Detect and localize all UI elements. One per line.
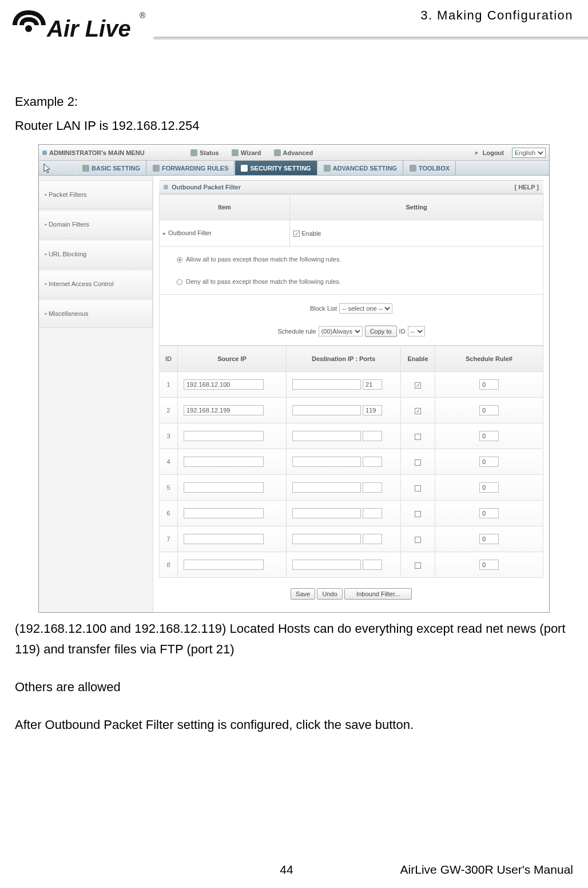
table-row: 3 [160,423,543,449]
router-ui-screenshot: ADMINISTRATOR's MAIN MENU Status Wizard … [38,144,550,613]
schedule-rule-input[interactable] [479,534,499,544]
port-input[interactable] [363,560,382,570]
wizard-icon [232,149,239,156]
rule-id: 2 [160,398,178,423]
chapter-title: 3. Making Configuration [420,8,573,23]
rule-enable-checkbox[interactable] [415,562,421,569]
dest-ip-input[interactable] [292,482,361,493]
table-row: 6 [160,501,543,526]
col-dest-ip-ports: Destination IP : Ports [287,346,401,372]
source-ip-input[interactable] [184,534,264,544]
tab-advanced-setting[interactable]: ADVANCED SETTING [317,161,403,175]
policy-deny-label: Deny all to pass except those match the … [186,278,341,285]
rule-enable-checkbox[interactable] [415,537,421,543]
source-ip-input[interactable] [184,482,264,493]
example-label: Example 2: [15,92,573,112]
schedule-rule-input[interactable] [479,457,499,467]
undo-button[interactable]: Undo [317,588,342,600]
sidebar-item-internet-access-control[interactable]: Internet Access Control [39,269,153,298]
port-input[interactable] [363,482,382,493]
schedule-rule-input[interactable] [479,560,499,570]
content: Example 2: Router LAN IP is 192.168.12.2… [0,57,588,735]
svg-point-0 [25,25,32,32]
rule-enable-checkbox[interactable] [415,434,421,440]
table-row: 7 [160,526,543,552]
button-row: Save Undo Inbound Filter... [159,578,543,604]
language-select[interactable]: English [512,148,546,158]
schedule-rule-input[interactable] [479,431,499,441]
caption-line-3: After Outbound Packet Filter setting is … [15,715,573,735]
dest-ip-input[interactable] [292,405,361,415]
schedule-rule-select[interactable]: (00)Always [319,326,363,336]
port-input[interactable] [363,534,382,544]
tab-basic-setting[interactable]: BASIC SETTING [76,161,146,175]
rule-id: 6 [160,501,178,526]
port-input[interactable] [363,431,382,441]
main-split: Packet Filters Domain Filters URL Blocki… [39,176,549,612]
rule-id: 7 [160,526,178,552]
square-icon [164,185,168,189]
tab-security-setting[interactable]: SECURITY SETTING [235,161,317,175]
inbound-filter-button[interactable]: Inbound Filter... [344,588,412,600]
sidebar-item-miscellaneous[interactable]: Miscellaneous [39,299,153,328]
save-button[interactable]: Save [291,588,315,600]
col-item: Item [160,195,290,220]
policy-allow-radio[interactable] [177,257,182,263]
port-input[interactable] [363,457,382,467]
row-outbound-filter: ▸Outbound Filter [160,220,290,247]
schedule-rule-input[interactable] [479,379,499,390]
block-list-select[interactable]: -- select one -- [339,303,392,314]
forward-icon [153,165,160,172]
dest-ip-input[interactable] [292,508,361,518]
policy-deny-radio[interactable] [177,279,182,285]
source-ip-input[interactable] [184,431,264,441]
rule-enable-checkbox[interactable] [415,382,421,388]
table-row: 2 [160,398,543,423]
source-ip-input[interactable] [184,457,264,467]
sidebar-item-packet-filters[interactable]: Packet Filters [39,180,153,209]
caption-line-1: (192.168.12.100 and 192.168.12.119) Loca… [15,619,573,660]
brand-logo: Air Live ® [11,6,149,54]
sidebar: Packet Filters Domain Filters URL Blocki… [39,176,153,612]
source-ip-input[interactable] [184,379,264,390]
arrow-right-icon: ▸ [163,223,166,244]
panel: Outbound Packet Filter [ HELP ] Item Set… [153,176,549,612]
schedule-rule-input[interactable] [479,405,499,415]
dest-ip-input[interactable] [292,431,361,441]
source-ip-input[interactable] [184,508,264,518]
col-source-ip: Source IP [178,346,287,372]
dest-ip-input[interactable] [292,457,361,467]
manual-title: AirLive GW-300R User's Manual [400,863,573,877]
rule-enable-checkbox[interactable] [415,459,421,466]
dest-ip-input[interactable] [292,534,361,544]
enable-checkbox[interactable] [293,231,300,237]
sidebar-item-domain-filters[interactable]: Domain Filters [39,210,153,239]
table-row: 5 [160,475,543,501]
port-input[interactable] [363,508,382,518]
panel-head: Outbound Packet Filter [ HELP ] [159,180,543,194]
source-ip-input[interactable] [184,405,264,415]
copy-id-select[interactable]: -- [408,326,425,336]
dest-ip-input[interactable] [292,560,361,570]
col-id: ID [160,346,178,372]
schedule-rule-input[interactable] [479,482,499,493]
block-list-label: Block List [310,298,337,319]
rule-enable-checkbox[interactable] [415,511,421,517]
menu-logout[interactable]: ▸Logout [471,142,508,163]
arrow-right-icon: ▸ [475,142,478,163]
tab-forwarding-rules[interactable]: FORWARDING RULES [146,161,235,175]
copy-to-button[interactable]: Copy to [365,326,397,337]
sidebar-item-url-blocking[interactable]: URL Blocking [39,240,153,268]
dest-ip-input[interactable] [292,379,361,390]
port-input[interactable] [363,405,382,415]
help-link[interactable]: [ HELP ] [514,177,539,197]
rule-id: 8 [160,552,178,578]
port-input[interactable] [363,379,382,390]
rule-enable-checkbox[interactable] [415,408,421,414]
source-ip-input[interactable] [184,560,264,570]
table-row: 4 [160,449,543,475]
schedule-rule-input[interactable] [479,508,499,518]
rule-id: 3 [160,423,178,449]
tab-toolbox[interactable]: TOOLBOX [403,161,456,175]
rule-enable-checkbox[interactable] [415,485,421,491]
